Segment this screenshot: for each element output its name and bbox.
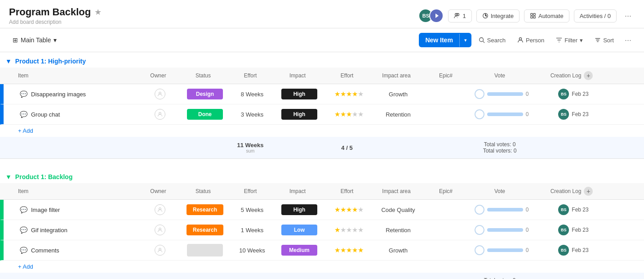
status-empty: [187, 244, 223, 256]
person-label: Person: [526, 37, 544, 44]
col-effort1: Effort: [230, 71, 271, 81]
cell-impact-area: Retention: [371, 108, 425, 122]
cell-status[interactable]: [178, 240, 232, 260]
cell-impact-area: Growth: [371, 87, 425, 101]
cell-effort: 1 Weeks: [232, 223, 272, 237]
cell-owner[interactable]: [142, 221, 178, 239]
sum-stars-val: 4 / 5: [328, 144, 366, 151]
activities-button[interactable]: Activities / 0: [574, 9, 617, 22]
comment-icon[interactable]: 💬: [20, 90, 27, 98]
svg-point-10: [519, 38, 521, 40]
cell-owner[interactable]: [142, 85, 178, 103]
svg-point-12: [159, 112, 161, 115]
add-col-btn[interactable]: +: [584, 71, 593, 80]
add-col-btn[interactable]: +: [584, 187, 593, 196]
cell-owner[interactable]: [142, 201, 178, 219]
group-title-1: Product 1: Backlog: [15, 173, 73, 180]
comment-icon[interactable]: 💬: [20, 247, 27, 254]
sum-votes: Total votes: 0 Total voters: 0: [468, 139, 531, 157]
sum-votes-total: Total votes: 0: [472, 141, 528, 148]
cell-effort: 8 Weeks: [232, 87, 272, 101]
star-icon[interactable]: ★: [94, 7, 102, 17]
vote-bar: [487, 208, 523, 212]
item-name-text: Gif integration: [31, 227, 67, 234]
vote-circle[interactable]: [475, 89, 484, 99]
group-header-1[interactable]: ▼ Product 1: Backlog: [0, 168, 644, 183]
header-more-button[interactable]: ···: [621, 9, 635, 22]
cell-status[interactable]: Design: [178, 85, 232, 103]
col-epic: Epic#: [423, 71, 468, 81]
person-button[interactable]: Person: [513, 34, 549, 46]
cell-effort: 10 Weeks: [232, 243, 272, 257]
svg-point-11: [159, 92, 161, 94]
status-badge: Design: [187, 89, 223, 99]
board-title: Program Backlog: [9, 6, 91, 18]
title-area: Program Backlog ★ Add board description: [9, 6, 102, 25]
cell-name: 💬 Comments: [16, 243, 142, 257]
creation-date: Feb 23: [572, 247, 588, 253]
item-name-text: Image filter: [31, 207, 60, 213]
top-header: Program Backlog ★ Add board description …: [0, 0, 644, 28]
new-item-button[interactable]: New Item ▾: [419, 33, 471, 47]
search-button[interactable]: Search: [474, 34, 510, 46]
cell-status[interactable]: Research: [178, 201, 232, 219]
automate-button[interactable]: Automate: [524, 9, 569, 22]
cell-impact: Medium: [272, 241, 326, 259]
automate-icon: [530, 13, 536, 19]
toolbar-right: New Item ▾ Search Person Filter ▾ Sort ·…: [419, 33, 635, 47]
cell-creation-log: BS Feb 23: [533, 85, 614, 103]
item-name-text: Disappearing images: [31, 91, 86, 98]
col-stripe: [0, 74, 14, 77]
cell-vote: 0: [470, 86, 533, 103]
row-accent: [2, 220, 4, 240]
cell-stars: ★★★★★: [326, 202, 371, 217]
col-status: Status: [176, 71, 230, 81]
toolbar-left: ⊞ Main Table ▾: [9, 34, 60, 46]
cell-owner[interactable]: [142, 105, 178, 123]
cell-creation-log: BS Feb 23: [533, 105, 614, 123]
col-owner: Owner: [140, 71, 176, 81]
cell-vote: 0: [470, 201, 533, 218]
svg-point-13: [159, 208, 161, 210]
automate-label: Automate: [538, 13, 564, 19]
group-arrow-0: ▼: [5, 58, 12, 65]
toolbar-more-button[interactable]: ···: [621, 34, 635, 47]
members-button[interactable]: 1: [448, 9, 471, 22]
filter-button[interactable]: Filter ▾: [551, 34, 587, 46]
svg-rect-7: [533, 16, 535, 18]
cell-status[interactable]: Research: [178, 221, 232, 239]
sum-votes: Total votes: 0 Total voters: 0: [468, 274, 531, 279]
add-row-1[interactable]: + Add: [0, 261, 644, 273]
vote-circle[interactable]: [475, 109, 484, 119]
svg-line-9: [483, 41, 484, 43]
integrate-button[interactable]: Integrate: [476, 9, 520, 22]
status-badge: Research: [187, 225, 223, 235]
comment-icon[interactable]: 💬: [20, 226, 27, 234]
cell-epic: [425, 226, 470, 234]
sum-stars: 4 / 5: [324, 142, 369, 154]
cell-epic: [425, 111, 470, 118]
vote-circle[interactable]: [475, 205, 484, 215]
sort-button[interactable]: Sort: [590, 34, 618, 46]
creation-date: Feb 23: [572, 91, 588, 97]
main-table-button[interactable]: ⊞ Main Table ▾: [9, 34, 60, 46]
col-vote: Vote: [468, 186, 531, 196]
comment-icon[interactable]: 💬: [20, 111, 27, 118]
board-description[interactable]: Add board description: [9, 19, 102, 25]
cell-epic: [425, 206, 470, 213]
filter-label: Filter: [564, 37, 577, 44]
cell-owner[interactable]: [142, 241, 178, 259]
members-count: 1: [462, 13, 466, 19]
group-header-0[interactable]: ▼ Product 1: High-priority: [0, 52, 644, 68]
avatar-second: [429, 9, 444, 23]
vote-count: 0: [526, 227, 529, 233]
comment-icon[interactable]: 💬: [20, 206, 27, 213]
add-row-0[interactable]: + Add: [0, 125, 644, 137]
summary-row-0: 11 Weeks sum 4 / 5 Total votes: 0 Total …: [0, 137, 644, 159]
creation-avatar: BS: [558, 204, 569, 215]
vote-circle[interactable]: [475, 245, 484, 255]
cell-effort: 3 Weeks: [232, 108, 272, 122]
cell-status[interactable]: Done: [178, 105, 232, 123]
status-badge: Done: [187, 109, 223, 120]
vote-circle[interactable]: [475, 225, 484, 235]
